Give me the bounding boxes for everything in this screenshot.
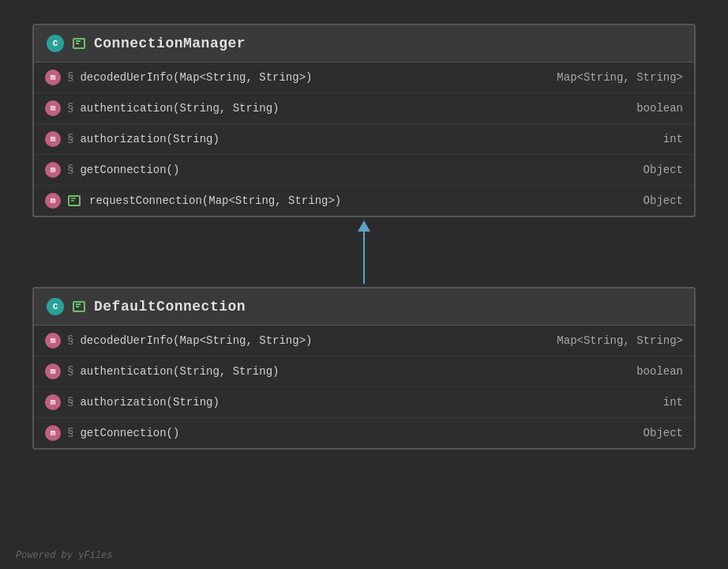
method-name: getConnection()	[80, 427, 636, 439]
method-visibility: §	[67, 102, 73, 115]
method-visibility: §	[67, 334, 73, 347]
public-method-icon	[67, 194, 81, 208]
impl-badge-icon	[72, 300, 86, 314]
method-visibility: §	[67, 71, 73, 84]
method-return: Map<String, String>	[557, 71, 683, 84]
method-row: m § authorization(String) int	[34, 387, 694, 418]
method-icon: m	[45, 131, 61, 147]
method-row: m § decodedUerInfo(Map<String, String>) …	[34, 326, 694, 356]
method-name: authentication(String, String)	[80, 102, 630, 115]
impl-badge-icon	[72, 36, 86, 51]
method-row: m § authentication(String, String) boole…	[34, 356, 694, 387]
powered-by-label: Powered by yFiles	[16, 550, 112, 561]
method-name: getConnection()	[80, 164, 636, 176]
method-return: int	[663, 133, 683, 145]
method-return: Object	[644, 164, 683, 176]
method-return: Object	[644, 194, 683, 207]
method-icon: m	[45, 333, 61, 349]
method-visibility: §	[67, 133, 73, 145]
method-row: m § authentication(String, String) boole…	[34, 93, 694, 124]
method-row: m § getConnection() Object	[34, 155, 694, 186]
method-icon: m	[45, 162, 61, 178]
connection-manager-class: c ConnectionManager m § decodedUerInfo(M…	[32, 24, 696, 217]
method-name: authentication(String, String)	[80, 365, 630, 378]
method-icon: m	[45, 364, 61, 379]
arrow-line	[363, 232, 365, 284]
inheritance-arrow	[363, 220, 365, 284]
method-visibility: §	[67, 164, 73, 176]
method-return: boolean	[636, 365, 683, 378]
method-row: m § decodedUerInfo(Map<String, String>) …	[34, 62, 694, 93]
class-c-icon: c	[47, 298, 64, 315]
method-visibility: §	[67, 365, 73, 378]
method-visibility: §	[67, 396, 73, 409]
method-row: m § getConnection() Object	[34, 418, 694, 448]
method-name: decodedUerInfo(Map<String, String>)	[80, 71, 550, 84]
method-icon: m	[45, 193, 61, 209]
connection-manager-methods: m § decodedUerInfo(Map<String, String>) …	[34, 62, 694, 216]
method-name: decodedUerInfo(Map<String, String>)	[80, 334, 550, 347]
method-name: requestConnection(Map<String, String>)	[89, 194, 637, 207]
method-icon: m	[45, 100, 61, 116]
method-name: authorization(String)	[80, 133, 656, 145]
connection-manager-title: ConnectionManager	[94, 36, 246, 51]
connection-manager-header: c ConnectionManager	[34, 25, 694, 62]
method-return: Map<String, String>	[557, 334, 683, 347]
method-icon: m	[45, 70, 61, 85]
arrow-head-icon	[358, 220, 370, 232]
default-connection-title: DefaultConnection	[94, 299, 246, 315]
default-connection-header: c DefaultConnection	[34, 288, 694, 326]
class-c-icon: c	[47, 35, 64, 52]
method-return: boolean	[636, 102, 683, 115]
method-icon: m	[45, 425, 61, 441]
default-connection-class: c DefaultConnection m § decodedUerInfo(M…	[32, 287, 696, 450]
method-row: m requestConnection(Map<String, String>)…	[34, 186, 694, 216]
method-row: m § authorization(String) int	[34, 124, 694, 155]
method-name: authorization(String)	[80, 396, 656, 409]
diagram-container: c ConnectionManager m § decodedUerInfo(M…	[0, 0, 728, 569]
method-return: Object	[644, 427, 683, 439]
method-return: int	[663, 396, 683, 409]
default-connection-methods: m § decodedUerInfo(Map<String, String>) …	[34, 326, 694, 448]
method-visibility: §	[67, 427, 73, 439]
method-icon: m	[45, 394, 61, 410]
